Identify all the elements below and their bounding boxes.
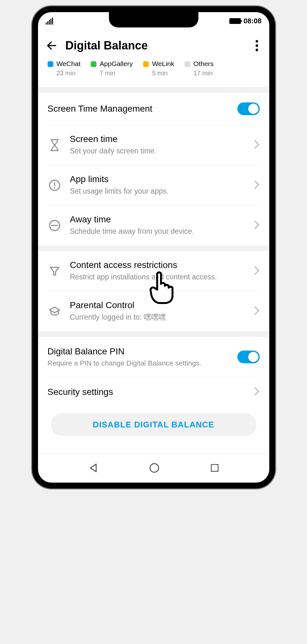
app-limits-row[interactable]: App limits Set usage limits for your app… [48, 165, 260, 205]
row-subtitle: Set usage limits for your apps. [70, 186, 246, 196]
disable-digital-balance-button[interactable]: DISABLE DIGITAL BALANCE [51, 413, 257, 436]
legend-dot [91, 61, 96, 67]
row-subtitle: Set your daily screen time. [70, 146, 246, 156]
legend-dot [185, 61, 190, 67]
legend-dot [48, 61, 53, 67]
svg-point-2 [256, 44, 258, 47]
graduation-icon [48, 306, 62, 317]
legend-dot [143, 61, 149, 67]
row-title: Digital Balance PIN [48, 346, 237, 357]
chevron-right-icon [254, 387, 260, 397]
nav-recent-icon[interactable] [210, 463, 220, 474]
svg-point-14 [150, 463, 158, 472]
filter-icon [48, 265, 62, 277]
chevron-right-icon [254, 266, 260, 276]
legend-item: Others 17 min [185, 60, 214, 77]
row-subtitle: Currently logged in to: 嘿嘿嘿 [70, 312, 246, 322]
row-subtitle: Schedule time away from your device. [70, 226, 246, 236]
digital-balance-pin-row[interactable]: Digital Balance PIN Require a PIN to cha… [48, 337, 260, 377]
row-title: Security settings [48, 387, 254, 397]
chevron-right-icon [254, 180, 260, 190]
screen-time-row[interactable]: Screen time Set your daily screen time. [48, 125, 260, 165]
svg-point-8 [54, 188, 55, 188]
legend-name: WeLink [152, 60, 174, 68]
content-access-row[interactable]: Content access restrictions Restrict app… [48, 251, 260, 291]
page-title: Digital Balance [65, 39, 244, 52]
row-subtitle: Restrict app installations and content a… [70, 272, 246, 282]
toggle-switch[interactable] [237, 351, 260, 363]
minus-circle-icon [48, 219, 62, 232]
alert-circle-icon [48, 179, 62, 191]
legend-item: AppGallery 7 min [91, 60, 133, 77]
chevron-right-icon [254, 140, 260, 150]
row-subtitle: Require a PIN to change Digital Balance … [48, 359, 237, 367]
security-settings-row[interactable]: Security settings [48, 377, 260, 407]
away-time-row[interactable]: Away time Schedule time away from your d… [48, 205, 260, 245]
back-icon[interactable] [46, 40, 58, 52]
row-title: Screen Time Management [48, 104, 237, 114]
legend-time: 7 min [100, 70, 133, 77]
signal-icon [46, 18, 53, 25]
legend-item: WeLink 5 min [143, 60, 174, 77]
chevron-right-icon [254, 220, 260, 231]
hourglass-icon [48, 139, 62, 152]
chevron-right-icon [254, 306, 260, 316]
nav-back-icon[interactable] [88, 462, 99, 475]
button-label: DISABLE DIGITAL BALANCE [93, 420, 214, 430]
nav-bar [38, 454, 269, 483]
row-title: App limits [70, 174, 246, 184]
battery-icon [229, 18, 241, 24]
legend-time: 5 min [152, 70, 174, 77]
legend-time: 17 min [194, 70, 214, 77]
row-title: Content access restrictions [70, 260, 246, 270]
svg-marker-11 [50, 267, 59, 275]
svg-point-1 [256, 40, 258, 43]
usage-legend: WeChat 23 min AppGallery 7 min WeLink 5 … [38, 60, 269, 87]
svg-point-3 [256, 49, 258, 51]
legend-name: WeChat [57, 60, 81, 68]
svg-rect-15 [211, 464, 218, 471]
parental-control-row[interactable]: Parental Control Currently logged in to:… [48, 291, 260, 331]
legend-name: AppGallery [100, 60, 133, 68]
more-icon[interactable] [252, 40, 262, 51]
row-title: Away time [70, 214, 246, 225]
screen-time-management-row[interactable]: Screen Time Management [48, 93, 260, 125]
legend-time: 23 min [57, 70, 81, 77]
status-time: 08:08 [243, 17, 261, 25]
nav-home-icon[interactable] [149, 462, 160, 475]
legend-name: Others [194, 60, 214, 68]
row-title: Parental Control [70, 300, 246, 310]
row-title: Screen time [70, 134, 246, 144]
toggle-switch[interactable] [237, 102, 260, 115]
svg-marker-13 [90, 464, 96, 472]
notch [109, 12, 198, 27]
legend-item: WeChat 23 min [48, 60, 81, 77]
